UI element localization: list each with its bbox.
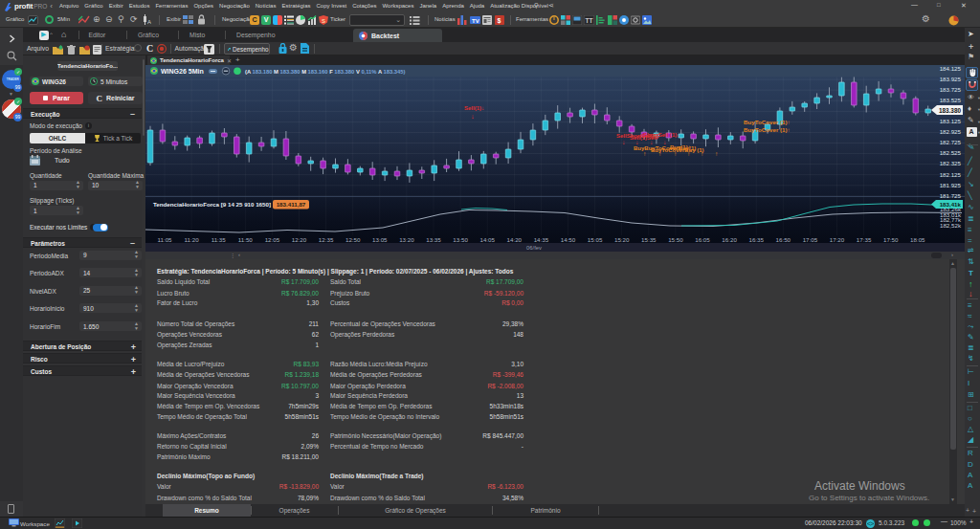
- svg-text:183.525: 183.525: [940, 97, 962, 103]
- svg-text:TV: TV: [472, 18, 479, 24]
- svg-text:12:50: 12:50: [345, 236, 361, 243]
- svg-text:183.125: 183.125: [940, 118, 962, 124]
- svg-text:12:05: 12:05: [265, 236, 280, 243]
- svg-text:WING26 5Min: WING26 5Min: [161, 68, 204, 75]
- svg-text:17:35: 17:35: [857, 236, 872, 243]
- svg-text:183.725: 183.725: [940, 86, 962, 93]
- svg-text:↑: ↑: [658, 150, 661, 157]
- svg-text:15:05: 15:05: [588, 236, 603, 243]
- svg-text:183,41k: 183,41k: [940, 201, 962, 208]
- svg-text:182.725: 182.725: [940, 139, 962, 145]
- svg-text:06/fev: 06/fev: [526, 245, 542, 251]
- svg-text:↑: ↑: [715, 150, 718, 157]
- svg-text:↑: ↑: [674, 150, 677, 157]
- svg-text:12:35: 12:35: [319, 236, 334, 243]
- svg-text:17:05: 17:05: [803, 236, 818, 243]
- svg-text:↓: ↓: [635, 139, 638, 145]
- svg-text:182.925: 182.925: [940, 128, 962, 135]
- svg-text:11:05: 11:05: [157, 236, 172, 243]
- svg-text:16:50: 16:50: [776, 236, 791, 243]
- svg-text:13:35: 13:35: [426, 236, 441, 243]
- svg-text:18:05: 18:05: [910, 236, 925, 243]
- svg-text:↓: ↓: [663, 139, 666, 145]
- svg-text:BuyToCover (1)↑: BuyToCover (1)↑: [744, 126, 791, 133]
- svg-text:13:20: 13:20: [399, 236, 414, 243]
- svg-text:14:35: 14:35: [534, 236, 549, 243]
- svg-text:13:05: 13:05: [372, 236, 388, 243]
- svg-text:13:50: 13:50: [453, 236, 468, 243]
- svg-text:16:05: 16:05: [695, 236, 710, 243]
- svg-text:182.325: 182.325: [940, 160, 962, 166]
- svg-text:16:20: 16:20: [722, 236, 737, 243]
- svg-text:BuyToCover (1)↑: BuyToCover (1)↑: [744, 119, 791, 125]
- svg-text:ShortSell (1)↓: ShortSell (1)↓: [643, 132, 679, 138]
- svg-text:183.380: 183.380: [939, 107, 962, 114]
- svg-text:TT: TT: [586, 17, 593, 24]
- svg-text:14:05: 14:05: [479, 236, 495, 243]
- svg-text:181.725: 181.725: [940, 192, 962, 199]
- svg-text:↓: ↓: [471, 113, 475, 120]
- svg-text:181.925: 181.925: [940, 182, 962, 188]
- svg-text:15:50: 15:50: [668, 236, 683, 243]
- svg-text:184.125: 184.125: [940, 65, 962, 72]
- svg-text:11:35: 11:35: [212, 236, 227, 243]
- svg-text:182,52k: 182,52k: [940, 222, 962, 229]
- svg-text:15:35: 15:35: [641, 236, 657, 243]
- svg-text:183.411,87: 183.411,87: [277, 201, 306, 208]
- svg-text:↑: ↑: [643, 150, 646, 157]
- svg-text:17:50: 17:50: [883, 236, 899, 243]
- svg-text:↑: ↑: [687, 150, 690, 157]
- svg-text:17:20: 17:20: [830, 236, 845, 243]
- svg-text:A: A: [147, 19, 151, 25]
- svg-text:↓: ↓: [622, 139, 625, 145]
- svg-text:15:20: 15:20: [614, 236, 630, 243]
- svg-text:S: S: [322, 18, 325, 24]
- svg-text:(A 183.180 M 183.380 M 183.160: (A 183.180 M 183.380 M 183.160 F 183.380…: [245, 69, 405, 75]
- svg-text:12:20: 12:20: [292, 236, 307, 243]
- svg-text:14:20: 14:20: [507, 236, 523, 243]
- svg-text:11:50: 11:50: [238, 236, 254, 243]
- svg-text:↑: ↑: [701, 150, 703, 157]
- svg-text:TendenciaHorarioForca [9 14 25: TendenciaHorarioForca [9 14 25 910 1650]: [153, 201, 271, 208]
- svg-text:16:35: 16:35: [748, 236, 764, 243]
- svg-text:182.525: 182.525: [940, 149, 962, 156]
- svg-text:182.125: 182.125: [940, 171, 962, 178]
- svg-text:14:50: 14:50: [561, 236, 576, 243]
- svg-text:183.925: 183.925: [940, 76, 962, 82]
- svg-text:11:20: 11:20: [185, 236, 200, 243]
- svg-text:↓: ↓: [650, 139, 653, 145]
- svg-text:Sell(1)↓: Sell(1)↓: [464, 105, 484, 111]
- svg-text:$: $: [498, 17, 501, 25]
